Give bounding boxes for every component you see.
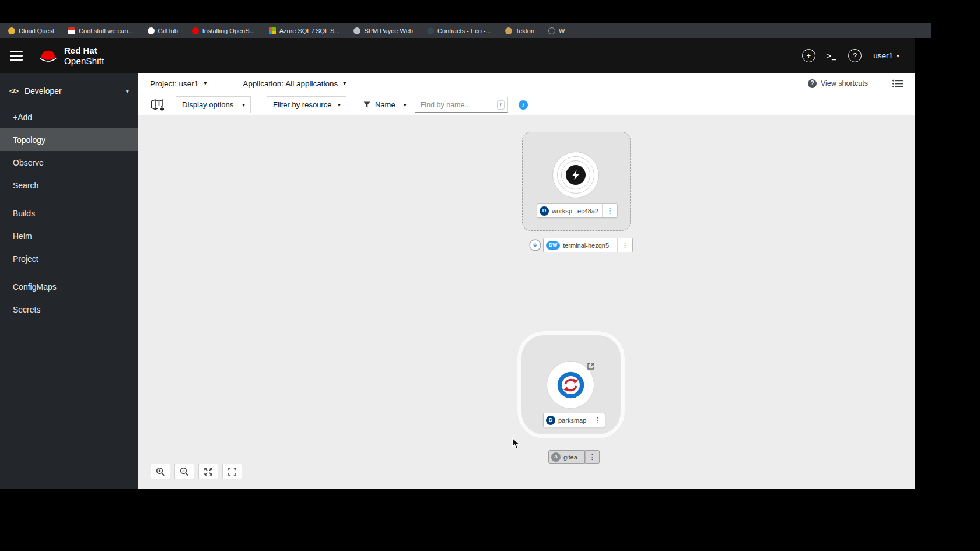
- sidebar-item-observe[interactable]: Observe: [0, 151, 138, 174]
- caret-down-icon: ▾: [404, 102, 407, 108]
- workspace-node[interactable]: [552, 152, 599, 198]
- sidebar-item-builds[interactable]: Builds: [0, 202, 138, 224]
- project-selector[interactable]: Project: user1 ▾: [150, 79, 206, 88]
- sidebar-nav: </> Developer ▾ +Add Topology Observe Se…: [0, 73, 138, 489]
- info-icon[interactable]: i: [519, 100, 528, 110]
- terminal-node[interactable]: DW terminal-hezqn5 ⋮: [529, 238, 633, 252]
- parksmap-node-label[interactable]: D parksmap ⋮: [543, 413, 606, 427]
- code-icon: </>: [9, 87, 19, 94]
- redhat-hat-icon: [38, 48, 58, 64]
- bookmark-cloud-quest[interactable]: Cloud Quest: [8, 27, 54, 34]
- perspective-switcher[interactable]: </> Developer ▾: [0, 76, 138, 106]
- bookmark-contracts[interactable]: Contracts - Eco -...: [427, 27, 491, 34]
- fit-to-screen-button[interactable]: [198, 464, 218, 479]
- bookmark-label: Contracts - Eco -...: [438, 27, 491, 34]
- topology-canvas[interactable]: D worksp...ec48a2 ⋮ DW terminal-hezqn5 ⋮: [138, 115, 915, 489]
- gitea-name: gitea: [564, 454, 581, 461]
- zoom-controls: [150, 464, 242, 479]
- question-icon: ?: [853, 52, 857, 59]
- kebab-menu-button[interactable]: ⋮: [590, 413, 605, 427]
- list-icon: [892, 79, 903, 88]
- resource-badge-devworkspace: DW: [546, 241, 560, 250]
- shortcut-key-hint: /: [497, 100, 505, 110]
- plus-icon: +: [806, 52, 811, 59]
- sidebar-item-search[interactable]: Search: [0, 174, 138, 196]
- name-filter-dropdown[interactable]: Name ▾: [363, 100, 407, 109]
- display-options-dropdown[interactable]: Display options ▾: [176, 96, 251, 113]
- resource-badge-deployment: D: [546, 416, 555, 425]
- bookmark-tekton[interactable]: Tekton: [505, 27, 534, 34]
- kebab-menu-button[interactable]: ⋮: [585, 450, 600, 464]
- resource-badge-deployment: D: [540, 206, 549, 216]
- name-filter-label: Name: [375, 100, 396, 109]
- add-button[interactable]: +: [802, 49, 816, 62]
- workspace-name: worksp...ec48a2: [552, 208, 602, 215]
- parksmap-name: parksmap: [558, 417, 590, 424]
- list-view-toggle[interactable]: [892, 79, 903, 88]
- context-bar: Project: user1 ▾ Application: All applic…: [138, 73, 915, 94]
- favicon-globe-icon: [548, 27, 555, 34]
- find-by-name-input[interactable]: [415, 97, 508, 113]
- bookmark-w[interactable]: W: [548, 27, 565, 34]
- filter-icon: [363, 101, 370, 108]
- web-terminal-button[interactable]: >_: [827, 52, 836, 60]
- bookmark-label: W: [559, 27, 565, 34]
- bookmark-github[interactable]: GitHub: [148, 27, 178, 34]
- gitea-node[interactable]: A gitea ⋮: [548, 450, 600, 464]
- bookmark-azure-sql[interactable]: Azure SQL / SQL S...: [269, 27, 340, 34]
- mouse-cursor: [512, 437, 520, 452]
- favicon-microsoft-icon: [269, 27, 276, 34]
- help-button[interactable]: ?: [848, 49, 862, 62]
- question-icon: ?: [808, 79, 817, 88]
- caret-down-icon: ▾: [343, 80, 346, 86]
- brand-line2: OpenShift: [64, 56, 104, 66]
- redhat-openshift-logo[interactable]: Red Hat OpenShift: [38, 45, 104, 66]
- favicon-openshift-icon: [192, 27, 199, 34]
- kebab-menu-button[interactable]: ⋮: [617, 238, 633, 252]
- sidebar-item-topology[interactable]: Topology: [0, 128, 138, 151]
- resource-badge-application: A: [551, 452, 561, 462]
- application-selector[interactable]: Application: All applications ▾: [243, 79, 346, 88]
- screen: Cloud Quest Cool stuff we can... GitHub …: [0, 0, 980, 551]
- view-shortcuts-button[interactable]: ? View shortcuts: [808, 79, 868, 88]
- caret-down-icon: ▾: [125, 87, 129, 95]
- zoom-out-icon: [180, 467, 189, 476]
- kebab-menu-button[interactable]: ⋮: [602, 204, 617, 217]
- favicon-cloud-quest-icon: [8, 27, 15, 34]
- filter-by-resource-dropdown[interactable]: Filter by resource ▾: [267, 96, 346, 113]
- external-link-icon[interactable]: [587, 362, 595, 370]
- user-name: user1: [873, 51, 893, 60]
- gitea-node-label[interactable]: A gitea: [548, 450, 585, 464]
- perspective-label: Developer: [24, 86, 62, 96]
- sidebar-item-configmaps[interactable]: ConfigMaps: [0, 275, 138, 298]
- favicon-doc-icon: [68, 27, 75, 34]
- bookmark-installing-openshift[interactable]: Installing OpenS...: [192, 27, 255, 34]
- search-field: /: [415, 97, 508, 113]
- bookmark-label: Azure SQL / SQL S...: [279, 27, 340, 34]
- sidebar-item-helm[interactable]: Helm: [0, 224, 138, 247]
- bookmark-spm-payee-web[interactable]: SPM Payee Web: [354, 27, 413, 34]
- user-menu[interactable]: user1 ▾: [873, 51, 900, 60]
- zoom-out-button[interactable]: [174, 464, 194, 479]
- bookmark-label: Cloud Quest: [19, 27, 54, 34]
- bookmark-cool-stuff[interactable]: Cool stuff we can...: [68, 27, 133, 34]
- sidebar-item-secrets[interactable]: Secrets: [0, 298, 138, 321]
- favicon-contracts-icon: [427, 27, 434, 34]
- caret-down-icon: ▾: [242, 102, 245, 108]
- workspace-node-label[interactable]: D worksp...ec48a2 ⋮: [537, 203, 618, 218]
- sidebar-item-project[interactable]: Project: [0, 247, 138, 270]
- caret-down-icon: ▾: [338, 102, 341, 108]
- sidebar-item-add[interactable]: +Add: [0, 106, 138, 128]
- hamburger-menu-button[interactable]: [10, 51, 23, 61]
- zoom-in-button[interactable]: [150, 464, 170, 479]
- terminal-node-label[interactable]: DW terminal-hezqn5: [543, 238, 617, 252]
- bookmark-label: SPM Payee Web: [364, 27, 413, 34]
- caret-down-icon: ▾: [204, 80, 206, 86]
- quick-search-button[interactable]: [150, 99, 165, 111]
- terminal-decorator-icon[interactable]: [529, 239, 541, 251]
- reset-view-button[interactable]: [222, 464, 242, 479]
- bookmark-label: Tekton: [516, 27, 534, 34]
- masthead: Red Hat OpenShift + >_ ? user1 ▾: [0, 38, 915, 73]
- devworkspace-ring-icon: [557, 156, 594, 194]
- display-options-label: Display options: [182, 100, 233, 109]
